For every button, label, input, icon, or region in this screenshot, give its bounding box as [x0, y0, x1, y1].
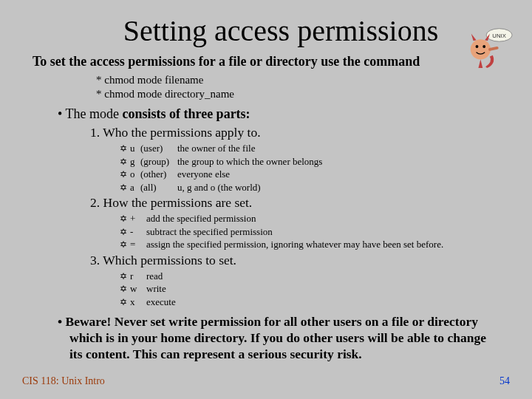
svg-point-4 [482, 45, 485, 48]
beware-text: Beware! Never set write permission for a… [58, 314, 501, 363]
def-list: ✡u(user)the owner of the file ✡g(group)t… [120, 142, 510, 194]
section-head: 2. How the permissions are set. [90, 195, 510, 211]
svg-text:UNIX: UNIX [492, 33, 506, 39]
def-row: ✡o(other)everyone else [120, 168, 510, 181]
def-row: ✡xexecute [120, 296, 510, 309]
svg-point-3 [476, 45, 479, 48]
def-row: ✡u(user)the owner of the file [120, 142, 510, 155]
def-row: ✡g(group)the group to which the owner be… [120, 155, 510, 168]
intro-text: To set the access permissions for a file… [33, 54, 510, 69]
svg-point-2 [471, 39, 491, 59]
def-row: ✡=assign the specified permission, ignor… [120, 238, 510, 251]
footer: CIS 118: Unix Intro 54 [22, 375, 510, 387]
def-list: ✡rread ✡wwrite ✡xexecute [120, 270, 510, 309]
footer-course: CIS 118: Unix Intro [22, 375, 105, 387]
section-head: 3. Which permissions to set. [90, 253, 510, 268]
mode-line-lead: The mode [65, 106, 122, 121]
slide-title: Setting access permissions [52, 13, 510, 48]
command-item: chmod mode directory_name [96, 88, 510, 100]
command-item: chmod mode filename [96, 74, 510, 86]
mascot-icon: UNIX [464, 21, 514, 71]
footer-pagenum: 54 [499, 375, 510, 387]
slide: UNIX Setting access permissions To set t… [0, 0, 532, 363]
def-row: ✡+add the specified permission [120, 212, 510, 225]
mode-line-bold: consists of three parts: [122, 106, 250, 121]
def-row: ✡wwrite [120, 282, 510, 296]
def-row: ✡-subtract the specified permission [120, 225, 510, 239]
def-list: ✡+add the specified permission ✡-subtrac… [120, 212, 510, 251]
def-row: ✡rread [120, 270, 510, 283]
def-row: ✡a(all)u, g and o (the world) [120, 181, 510, 194]
section-head: 1. Who the permissions apply to. [90, 125, 510, 140]
mode-line: The mode consists of three parts: [58, 106, 510, 122]
command-list: chmod mode filename chmod mode directory… [96, 74, 510, 100]
